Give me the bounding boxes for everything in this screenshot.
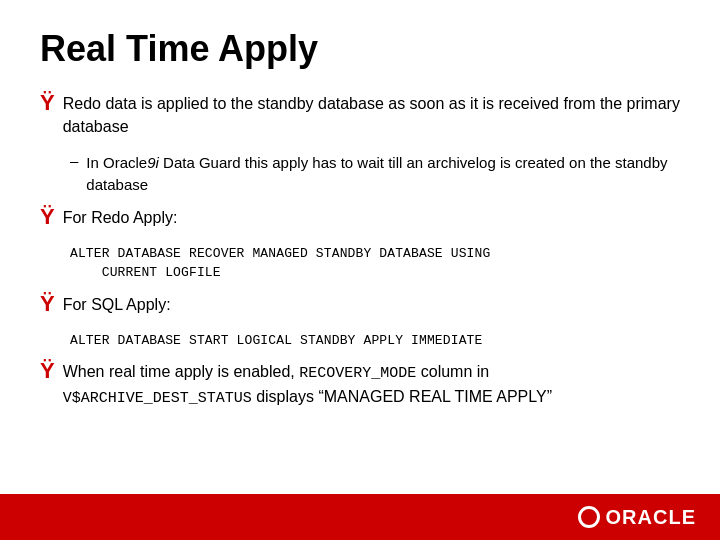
bullet-text-1: Redo data is applied to the standby data…	[63, 92, 680, 138]
slide-content: Real Time Apply Ÿ Redo data is applied t…	[0, 0, 720, 494]
bullet-icon-3: Ÿ	[40, 291, 55, 317]
bullet-text-2: For Redo Apply:	[63, 206, 178, 229]
footer: ORACLE	[0, 494, 720, 540]
bullet-item-3: Ÿ For SQL Apply:	[40, 293, 680, 317]
bullet-icon-4: Ÿ	[40, 358, 55, 384]
oracle-circle-icon	[578, 506, 600, 528]
bullet-text-3: For SQL Apply:	[63, 293, 171, 316]
bullet-text-4: When real time apply is enabled, RECOVER…	[63, 360, 680, 410]
bullet-item-2: Ÿ For Redo Apply:	[40, 206, 680, 230]
bullet-icon-2: Ÿ	[40, 204, 55, 230]
bullet-item-1: Ÿ Redo data is applied to the standby da…	[40, 92, 680, 138]
sub-bullet-dash-1: –	[70, 152, 78, 169]
oracle-logo: ORACLE	[578, 506, 696, 529]
code-block-sql: ALTER DATABASE START LOGICAL STANDBY APP…	[70, 331, 680, 351]
slide: Real Time Apply Ÿ Redo data is applied t…	[0, 0, 720, 540]
sub-bullet-text-1: In Oracle9i Data Guard this apply has to…	[86, 152, 680, 196]
slide-title: Real Time Apply	[40, 28, 680, 70]
oracle-label: ORACLE	[606, 506, 696, 529]
bullet-item-4: Ÿ When real time apply is enabled, RECOV…	[40, 360, 680, 410]
sub-bullet-1: – In Oracle9i Data Guard this apply has …	[70, 152, 680, 196]
bullet-icon-1: Ÿ	[40, 90, 55, 116]
code-block-redo: ALTER DATABASE RECOVER MANAGED STANDBY D…	[70, 244, 680, 283]
